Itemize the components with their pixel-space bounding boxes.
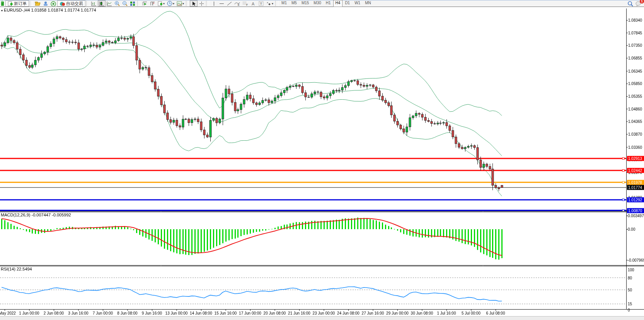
fibonacci-button[interactable]: F: [241, 0, 249, 7]
equidistant-channel-button[interactable]: E: [233, 0, 241, 7]
candlestick-icon: [99, 1, 104, 6]
line-chart-icon: [107, 1, 112, 6]
bar-chart-button[interactable]: [90, 0, 98, 7]
cursor-icon: [192, 1, 196, 6]
crosshair-button[interactable]: [198, 0, 205, 7]
candlestick-chart-button[interactable]: [98, 0, 106, 7]
separator: [86, 1, 89, 6]
svg-text:A: A: [252, 2, 255, 6]
timeframe-group: M1M5M15M30H1H4D1W1MN: [279, 0, 373, 7]
period-clock-button[interactable]: ▾: [166, 0, 175, 7]
separator: [30, 1, 33, 6]
tile-windows-icon: [130, 1, 135, 6]
trendline-icon: [227, 1, 232, 6]
separator: [206, 1, 209, 6]
fibonacci-icon: F: [242, 1, 248, 6]
timeframe-button-m15[interactable]: M15: [299, 0, 311, 7]
vertical-line-button[interactable]: [210, 0, 218, 7]
timeframe-button-mn[interactable]: MN: [363, 0, 373, 7]
svg-text:E: E: [238, 3, 240, 6]
zoom-out-button[interactable]: [121, 0, 129, 7]
chevron-down-icon: ▾: [163, 2, 165, 5]
separator: [186, 1, 189, 6]
template-icon: [158, 1, 163, 6]
shapes-button[interactable]: ▾: [265, 0, 274, 7]
separator: [137, 1, 140, 6]
app-icon: [0, 0, 5, 7]
template-button[interactable]: ▾: [157, 0, 166, 7]
auto-trading-icon: [60, 1, 65, 6]
chevron-down-icon: ▾: [272, 2, 273, 5]
tile-windows-button[interactable]: [129, 0, 136, 7]
indicators-icon: [177, 1, 182, 6]
separator: [275, 1, 278, 6]
chart-area: ▾ EURUSD-,H4 1.01858 1.01874 1.01774 1.0…: [0, 7, 644, 320]
indicators-button[interactable]: ▾: [175, 0, 185, 7]
layouts-button[interactable]: [34, 0, 42, 7]
clock-icon: [167, 1, 172, 6]
auto-trading-button[interactable]: 自动交易: [57, 0, 85, 7]
new-order-icon: [8, 1, 13, 6]
chart-canvas[interactable]: [0, 7, 644, 320]
notification-badge: 1: [640, 0, 644, 3]
crosshair-icon: [199, 1, 204, 6]
mt4-window: 新订单 自动交易: [0, 0, 644, 320]
notifications-button[interactable]: 1: [634, 0, 642, 7]
zoom-out-icon: [122, 1, 128, 6]
auto-trading-label: 自动交易: [66, 1, 83, 7]
folder-icon: [35, 1, 41, 6]
timeframe-button-h4[interactable]: H4: [333, 0, 343, 7]
bar-chart-icon: [91, 1, 97, 6]
channel-icon: E: [234, 1, 240, 6]
new-order-button[interactable]: 新订单: [5, 0, 29, 7]
timeframe-button-d1[interactable]: D1: [342, 0, 352, 7]
timeframe-button-m5[interactable]: M5: [289, 0, 299, 7]
vertical-line-icon: [212, 1, 216, 6]
text-button[interactable]: A: [249, 0, 257, 7]
label-icon: T: [259, 1, 264, 6]
timeframe-button-h1[interactable]: H1: [324, 0, 333, 7]
signal-icon: [51, 1, 56, 6]
tester-step-icon: [150, 1, 155, 6]
timeframe-button-m30[interactable]: M30: [311, 0, 323, 7]
zoom-in-icon: [114, 1, 120, 6]
timeframe-button-w1[interactable]: W1: [352, 0, 363, 7]
horizontal-line-icon: [219, 2, 224, 5]
bottom-strip: [0, 316, 644, 320]
text-icon: A: [251, 1, 256, 6]
cursor-button[interactable]: [190, 0, 198, 7]
line-chart-button[interactable]: [106, 0, 113, 7]
signals-button[interactable]: [49, 0, 57, 7]
chevron-down-icon: ▾: [173, 2, 174, 5]
tester-step-button[interactable]: [149, 0, 157, 7]
tester-play-icon: [142, 1, 148, 6]
trendline-button[interactable]: [225, 0, 233, 7]
shapes-icon: [266, 1, 271, 6]
new-order-label: 新订单: [14, 1, 27, 7]
zoom-in-button[interactable]: [113, 0, 121, 7]
text-label-button[interactable]: T: [257, 0, 265, 7]
svg-text:T: T: [260, 2, 262, 6]
toolbar: 新订单 自动交易: [0, 0, 644, 7]
timeframe-button-m1[interactable]: M1: [279, 0, 289, 7]
community-button[interactable]: [42, 0, 49, 7]
horizontal-line-button[interactable]: [218, 0, 225, 7]
chevron-down-icon: ▾: [182, 2, 184, 5]
user-icon: [43, 1, 48, 6]
search-icon: [627, 1, 633, 7]
search-button[interactable]: [626, 0, 634, 7]
strategy-tester-button[interactable]: [141, 0, 149, 7]
svg-text:F: F: [246, 3, 248, 6]
